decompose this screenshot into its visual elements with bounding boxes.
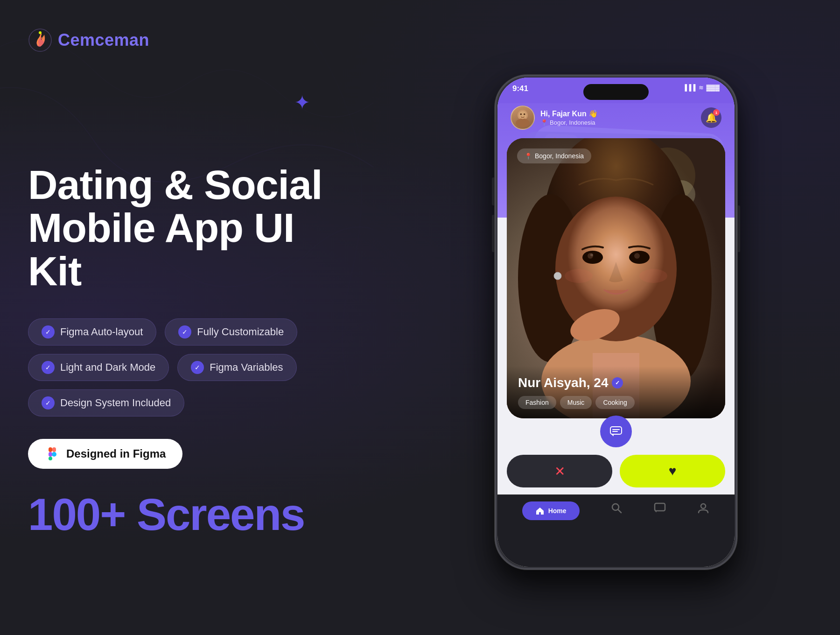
- avatar-photo: [511, 106, 534, 129]
- interest-tag-music: Music: [560, 396, 592, 409]
- greeting-text: Hi, Fajar Kun 👋 📍 Bogor, Indonesia: [540, 109, 598, 126]
- phone-volume-down-button: [492, 215, 494, 252]
- profile-name: Nur Aisyah, 24 ✓: [518, 375, 714, 390]
- nav-item-home[interactable]: Home: [522, 501, 580, 520]
- svg-point-6: [52, 452, 56, 457]
- verified-badge: ✓: [612, 377, 623, 388]
- svg-point-36: [701, 504, 706, 508]
- svg-rect-5: [49, 457, 52, 460]
- nav-search-icon: [610, 501, 623, 515]
- phone-mockup: 9:41 ▐▐▐ ≋ ▓▓▓: [495, 75, 737, 570]
- card-stack: 📍 Bo...: [507, 138, 725, 428]
- feature-label-5: Design System Included: [60, 397, 171, 409]
- svg-rect-35: [655, 503, 665, 511]
- nav-profile-icon: [697, 501, 710, 515]
- svg-line-34: [618, 509, 621, 513]
- feature-label-4: Figma Variables: [210, 361, 283, 374]
- right-panel: 9:41 ▐▐▐ ≋ ▓▓▓: [392, 0, 840, 635]
- check-icon-2: ✓: [178, 325, 191, 339]
- svg-rect-30: [610, 427, 622, 434]
- card-location-text: Bogor, Indonesia: [535, 152, 584, 160]
- figma-badge[interactable]: Designed in Figma: [28, 439, 182, 469]
- headline-line1: Dating & Social: [28, 163, 355, 206]
- features-row-1: ✓ Figma Auto-layout ✓ Fully Customizable: [28, 318, 355, 346]
- brand-name: Cemceman: [58, 30, 149, 50]
- profile-info: Nur Aisyah, 24 ✓ Fashion Music Cooking: [507, 366, 725, 418]
- bottom-navigation: Home: [497, 494, 735, 567]
- profile-card[interactable]: 📍 Bogor, Indonesia Nur Aisyah, 24 ✓: [507, 138, 725, 418]
- nav-item-search[interactable]: [610, 501, 623, 515]
- features-row-3: ✓ Design System Included: [28, 389, 355, 416]
- feature-pill-2: ✓ Fully Customizable: [165, 318, 297, 346]
- nav-item-profile[interactable]: [697, 501, 710, 515]
- dynamic-island: [583, 84, 649, 100]
- headline-line2: Mobile App UI Kit: [28, 206, 355, 293]
- svg-point-24: [634, 253, 640, 259]
- chat-button[interactable]: [600, 416, 632, 447]
- interest-tag-cooking: Cooking: [595, 396, 634, 409]
- feature-pill-5: ✓ Design System Included: [28, 389, 184, 416]
- feature-pill-3: ✓ Light and Dark Mode: [28, 354, 169, 381]
- feature-label-3: Light and Dark Mode: [60, 361, 155, 374]
- svg-point-8: [516, 119, 530, 127]
- action-area: ✕ ♥: [497, 416, 735, 487]
- check-icon-3: ✓: [42, 361, 55, 374]
- phone-screen: 9:41 ▐▐▐ ≋ ▓▓▓: [497, 78, 735, 567]
- svg-point-9: [519, 111, 527, 119]
- svg-point-10: [520, 113, 522, 115]
- home-icon: [535, 506, 545, 515]
- screens-count: 100+ Screens: [28, 492, 355, 537]
- feature-label-1: Figma Auto-layout: [60, 326, 143, 338]
- logo-area: Cemceman: [28, 28, 149, 52]
- interest-tags: Fashion Music Cooking: [518, 396, 714, 409]
- location-text: Bogor, Indonesia: [550, 119, 595, 126]
- svg-point-29: [554, 272, 561, 280]
- nav-messages-icon: [653, 501, 666, 515]
- svg-point-26: [565, 269, 593, 283]
- nav-item-messages[interactable]: [653, 501, 666, 515]
- svg-rect-2: [49, 447, 52, 452]
- figma-badge-label: Designed in Figma: [66, 447, 166, 460]
- main-headline: Dating & Social Mobile App UI Kit: [28, 163, 355, 293]
- like-icon: ♥: [669, 464, 677, 479]
- status-icons: ▐▐▐ ≋ ▓▓▓: [683, 84, 720, 91]
- phone-volume-up-button: [492, 177, 494, 205]
- dislike-button[interactable]: ✕: [507, 455, 612, 487]
- phone-frame: 9:41 ▐▐▐ ≋ ▓▓▓: [495, 75, 737, 570]
- brand-logo-icon: [28, 28, 52, 52]
- location-pin-icon: 📍: [540, 119, 548, 126]
- dislike-icon: ✕: [554, 464, 565, 479]
- check-icon-4: ✓: [191, 361, 204, 374]
- greeting-hi: Hi, Fajar Kun 👋: [540, 109, 598, 118]
- features-row-2: ✓ Light and Dark Mode ✓ Figma Variables: [28, 354, 355, 381]
- check-icon-5: ✓: [42, 396, 55, 409]
- user-avatar: [511, 106, 535, 130]
- svg-point-11: [524, 113, 525, 115]
- wifi-icon: ≋: [699, 84, 704, 91]
- phone-power-button: [738, 205, 740, 252]
- profile-photo: 📍 Bogor, Indonesia Nur Aisyah, 24 ✓: [507, 138, 725, 418]
- figma-logo-icon: [45, 446, 60, 461]
- signal-icon: ▐▐▐: [683, 84, 696, 91]
- profile-name-text: Nur Aisyah, 24: [518, 375, 608, 390]
- check-icon-1: ✓: [42, 325, 55, 339]
- svg-rect-3: [52, 447, 56, 452]
- header-content: Hi, Fajar Kun 👋 📍 Bogor, Indonesia 🔔 1: [511, 106, 721, 130]
- feature-pill-4: ✓ Figma Variables: [177, 354, 296, 381]
- feature-label-2: Fully Customizable: [197, 326, 284, 338]
- card-location-tag: 📍 Bogor, Indonesia: [517, 148, 591, 163]
- features-list: ✓ Figma Auto-layout ✓ Fully Customizable…: [28, 318, 355, 416]
- nav-home-label: Home: [548, 507, 567, 515]
- decorative-star: ✦: [294, 91, 310, 114]
- svg-rect-4: [49, 452, 52, 457]
- like-button[interactable]: ♥: [620, 455, 725, 487]
- svg-point-25: [590, 254, 593, 256]
- feature-pill-1: ✓ Figma Auto-layout: [28, 318, 156, 346]
- battery-icon: ▓▓▓: [707, 84, 720, 91]
- notification-button[interactable]: 🔔 1: [701, 107, 721, 128]
- interest-tag-fashion: Fashion: [518, 396, 556, 409]
- status-time: 9:41: [512, 84, 528, 93]
- card-location-icon: 📍: [525, 153, 532, 160]
- notification-badge: 1: [713, 109, 720, 116]
- swipe-buttons: ✕ ♥: [497, 455, 735, 487]
